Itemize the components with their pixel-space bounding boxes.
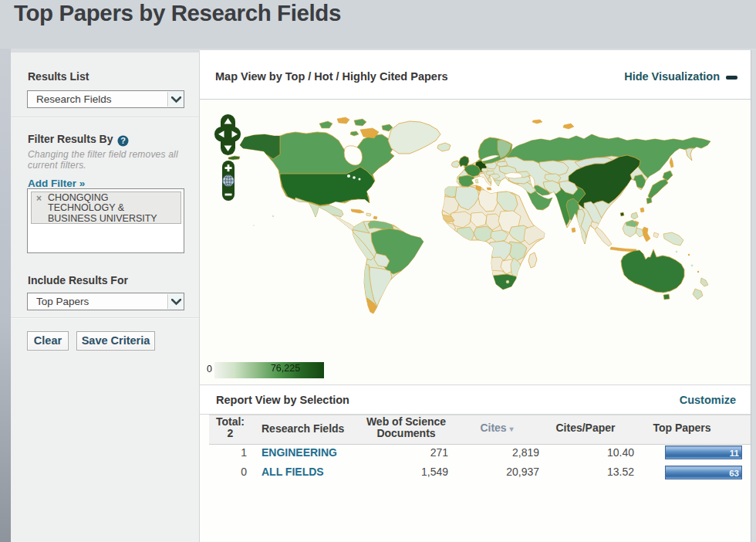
svg-text:0: 0 (207, 364, 212, 374)
svg-text:76,225: 76,225 (271, 363, 300, 374)
svg-text:?: ? (120, 136, 126, 145)
